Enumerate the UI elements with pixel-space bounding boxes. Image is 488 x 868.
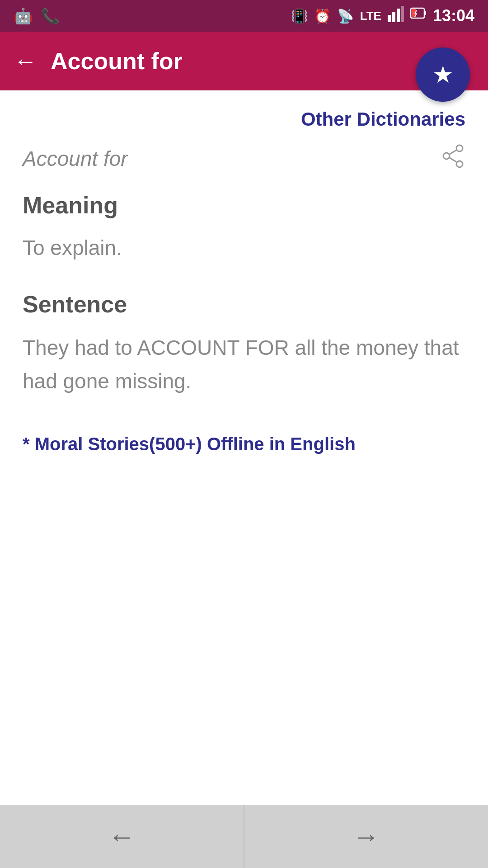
word-header: Account for — [23, 144, 465, 174]
status-bar-left-icons: 🤖 📞 — [14, 7, 60, 25]
meaning-text: To explain. — [23, 232, 465, 264]
other-dictionaries-link[interactable]: Other Dictionaries — [23, 108, 465, 130]
page-title: Account for — [51, 47, 183, 75]
lte-label: LTE — [360, 9, 381, 23]
svg-rect-0 — [388, 15, 391, 22]
hotspot-icon: 📡 — [337, 8, 354, 24]
battery-icon — [410, 6, 427, 26]
svg-rect-1 — [392, 12, 395, 22]
status-time: 13:04 — [433, 6, 474, 25]
svg-point-11 — [456, 161, 463, 167]
svg-rect-3 — [401, 6, 404, 22]
robot-icon: 🤖 — [14, 7, 33, 25]
next-button[interactable]: → — [244, 805, 488, 868]
main-content: Other Dictionaries Account for Meaning T… — [0, 90, 488, 472]
meaning-heading: Meaning — [23, 192, 465, 219]
svg-rect-5 — [424, 11, 426, 15]
back-button[interactable]: ← — [14, 47, 37, 75]
favorite-fab-button[interactable]: ★ — [416, 47, 470, 102]
prev-button[interactable]: ← — [0, 805, 244, 868]
prev-arrow-icon: ← — [108, 821, 136, 852]
status-bar-right-icons: 📳 ⏰ 📡 LTE 13:0 — [291, 6, 474, 26]
svg-line-13 — [450, 150, 456, 154]
sentence-text: They had to ACCOUNT FOR all the money th… — [23, 331, 465, 398]
phone-icon: 📞 — [41, 7, 60, 25]
signal-icon — [388, 6, 404, 26]
star-icon: ★ — [432, 61, 454, 88]
alarm-icon: ⏰ — [314, 8, 331, 24]
word-title: Account for — [23, 146, 128, 171]
bottom-nav: ← → — [0, 805, 488, 868]
svg-point-10 — [456, 145, 463, 151]
top-app-bar: ← Account for ★ — [0, 32, 488, 90]
next-arrow-icon: → — [353, 821, 380, 852]
vibrate-icon: 📳 — [291, 8, 308, 24]
status-bar: 🤖 📞 📳 ⏰ 📡 LTE — [0, 0, 488, 32]
sentence-heading: Sentence — [23, 291, 465, 318]
share-icon[interactable] — [441, 144, 465, 174]
svg-point-12 — [443, 153, 450, 159]
svg-line-14 — [450, 158, 456, 162]
moral-stories-link[interactable]: * Moral Stories(500+) Offline in English — [23, 434, 465, 454]
svg-rect-2 — [397, 9, 400, 22]
